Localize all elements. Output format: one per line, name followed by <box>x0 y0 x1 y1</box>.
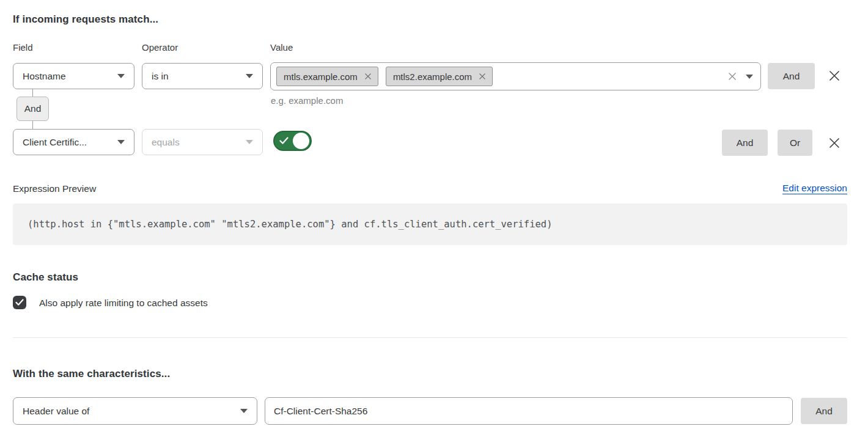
toggle-knob <box>293 133 309 149</box>
cached-assets-checkbox-label: Also apply rate limiting to cached asset… <box>39 298 208 309</box>
add-or-condition-button-row2[interactable]: Or <box>778 130 812 156</box>
rule-builder: If incoming requests match... Field Oper… <box>0 0 868 440</box>
cached-assets-checkbox[interactable] <box>13 296 26 309</box>
delete-row1-icon[interactable] <box>827 68 842 83</box>
chevron-down-icon <box>246 74 253 78</box>
operator-select-row2: equals <box>142 129 263 155</box>
match-section-title: If incoming requests match... <box>13 13 158 26</box>
check-icon <box>279 137 289 145</box>
chevron-down-icon <box>240 409 248 413</box>
header-name-input[interactable] <box>265 397 793 425</box>
value-multiselect-row1[interactable]: mtls.example.com mtls2.example.com <box>270 62 761 90</box>
chevron-down-icon <box>246 140 253 144</box>
value-tag-list: mtls.example.com mtls2.example.com <box>276 67 727 86</box>
add-and-condition-button-row1[interactable]: And <box>768 63 815 89</box>
chevron-down-icon <box>117 74 125 78</box>
expression-code: (http.host in {"mtls.example.com" "mtls2… <box>13 219 553 230</box>
value-tag-text: mtls2.example.com <box>393 72 472 82</box>
value-column-label: Value <box>270 42 293 53</box>
add-characteristic-button[interactable]: And <box>801 398 847 424</box>
chevron-down-icon <box>117 140 125 144</box>
value-controls <box>727 72 753 81</box>
expression-preview-block: (http.host in {"mtls.example.com" "mtls2… <box>13 204 847 245</box>
connector-and-button[interactable]: And <box>17 97 49 121</box>
cache-status-title: Cache status <box>13 271 78 284</box>
operator-select-row1-value: is in <box>152 71 169 82</box>
cert-verified-toggle[interactable] <box>273 131 312 151</box>
expression-preview-label: Expression Preview <box>13 183 96 194</box>
connector-line-bottom <box>32 121 33 129</box>
check-icon <box>15 299 24 306</box>
characteristic-select-value: Header value of <box>23 406 89 417</box>
value-tag-text: mtls.example.com <box>284 72 358 82</box>
edit-expression-link[interactable]: Edit expression <box>782 183 847 194</box>
characteristic-select[interactable]: Header value of <box>13 397 257 425</box>
field-select-row2-value: Client Certific... <box>23 137 87 148</box>
section-divider <box>13 337 847 338</box>
add-and-condition-button-row2[interactable]: And <box>722 130 768 156</box>
operator-select-row1[interactable]: is in <box>142 63 263 89</box>
field-select-row1[interactable]: Hostname <box>13 63 134 89</box>
delete-row2-icon[interactable] <box>827 136 842 150</box>
field-column-label: Field <box>13 42 33 53</box>
operator-column-label: Operator <box>142 42 178 53</box>
chevron-down-icon[interactable] <box>746 75 753 79</box>
value-helper-text: e.g. example.com <box>271 95 343 106</box>
operator-select-row2-value: equals <box>152 137 180 148</box>
remove-tag-icon[interactable] <box>364 73 372 80</box>
connector-line-top <box>32 89 33 97</box>
field-select-row1-value: Hostname <box>23 71 66 82</box>
field-select-row2[interactable]: Client Certific... <box>13 129 134 155</box>
value-tag[interactable]: mtls.example.com <box>276 67 378 86</box>
remove-tag-icon[interactable] <box>479 73 486 80</box>
value-tag[interactable]: mtls2.example.com <box>386 67 493 86</box>
clear-values-icon[interactable] <box>727 72 737 81</box>
characteristics-title: With the same characteristics... <box>13 368 170 380</box>
